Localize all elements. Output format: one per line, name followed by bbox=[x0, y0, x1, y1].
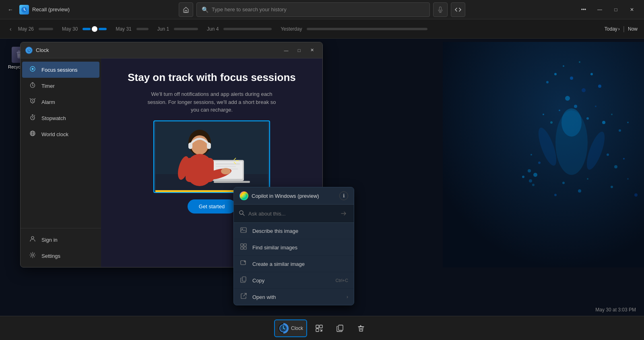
alarm-icon bbox=[29, 98, 37, 106]
nav-world-clock[interactable]: World clock bbox=[22, 126, 99, 142]
nav-stopwatch-label: Stopwatch bbox=[41, 115, 66, 121]
timeline-date-yesterday[interactable]: Yesterday bbox=[277, 26, 433, 32]
nav-sign-in-label: Sign in bbox=[41, 237, 58, 243]
svg-point-31 bbox=[607, 153, 609, 156]
search-icon: 🔍 bbox=[202, 6, 208, 13]
svg-point-21 bbox=[550, 121, 553, 124]
background-image-area bbox=[443, 42, 644, 267]
svg-rect-100 bbox=[316, 329, 319, 332]
open-with-label: Open with bbox=[252, 294, 276, 300]
clock-minimize-button[interactable]: — bbox=[281, 45, 292, 56]
timeline-segment bbox=[223, 28, 272, 30]
copilot-send-button[interactable] bbox=[338, 208, 349, 219]
svg-point-35 bbox=[578, 189, 581, 193]
clock-nav: Focus sessions Timer bbox=[21, 58, 101, 228]
svg-point-32 bbox=[614, 165, 617, 168]
focus-title: Stay on track with focus sessions bbox=[128, 71, 296, 84]
timeline-date-may26[interactable]: May 26 bbox=[15, 26, 59, 32]
copilot-describe-image[interactable]: Describe this image bbox=[234, 223, 354, 239]
sign-in-icon bbox=[29, 236, 37, 244]
svg-point-44 bbox=[529, 179, 532, 182]
home-button[interactable] bbox=[179, 2, 193, 17]
svg-rect-91 bbox=[244, 244, 246, 246]
titlebar-right: ••• — □ ✕ bbox=[559, 2, 639, 17]
timeline-date-label: Jun 4 bbox=[207, 26, 219, 32]
create-similar-label: Create a similar image bbox=[252, 261, 305, 267]
copy-shortcut: Ctrl+C bbox=[336, 278, 348, 283]
today-button[interactable]: Today › bbox=[605, 26, 620, 32]
timeline-date-may31[interactable]: May 31 bbox=[112, 26, 154, 32]
clock-titlebar: Clock — □ ✕ bbox=[21, 42, 322, 58]
taskbar-clock-button[interactable]: Clock bbox=[274, 319, 307, 337]
copilot-open-with[interactable]: Open with › bbox=[234, 289, 354, 305]
svg-point-24 bbox=[595, 106, 597, 107]
focus-subtitle: We'll turn off notifications and app ale… bbox=[143, 90, 280, 114]
nav-settings-label: Settings bbox=[41, 253, 60, 259]
copilot-copy[interactable]: Copy Ctrl+C bbox=[234, 272, 354, 289]
clock-window-controls: — □ ✕ bbox=[281, 45, 318, 56]
svg-point-22 bbox=[559, 110, 560, 111]
copilot-ask-input[interactable] bbox=[248, 211, 334, 217]
taskbar-expand-button[interactable] bbox=[310, 319, 328, 337]
nav-timer[interactable]: Timer bbox=[22, 78, 99, 94]
svg-point-12 bbox=[590, 73, 593, 75]
timeline-date-may30[interactable]: May 30 bbox=[59, 26, 112, 32]
expand-icon bbox=[314, 323, 324, 334]
taskbar-copy-button[interactable] bbox=[331, 319, 349, 337]
nav-focus-sessions-label: Focus sessions bbox=[41, 67, 78, 73]
svg-point-6 bbox=[554, 73, 557, 75]
timeline-date-label: Yesterday bbox=[281, 26, 302, 32]
maximize-button[interactable]: □ bbox=[609, 2, 623, 17]
copilot-info-button[interactable]: ℹ bbox=[339, 191, 348, 200]
svg-point-25 bbox=[602, 121, 605, 124]
nav-sign-in[interactable]: Sign in bbox=[22, 232, 99, 248]
taskbar-delete-button[interactable] bbox=[352, 319, 370, 337]
clock-maximize-button[interactable]: □ bbox=[293, 45, 305, 56]
svg-point-51 bbox=[32, 68, 34, 70]
code-button[interactable] bbox=[451, 2, 465, 17]
svg-rect-2 bbox=[440, 7, 442, 10]
close-button[interactable]: ✕ bbox=[625, 2, 639, 17]
timeline-segment-active bbox=[99, 28, 107, 30]
svg-point-17 bbox=[561, 108, 582, 137]
mic-button[interactable] bbox=[433, 2, 448, 17]
nav-stopwatch[interactable]: Stopwatch bbox=[22, 110, 99, 126]
svg-point-33 bbox=[623, 158, 625, 160]
svg-rect-93 bbox=[244, 247, 246, 249]
desktop-background: Recycle Bin Clock — □ ✕ bbox=[0, 39, 644, 340]
timeline-date-label: May 30 bbox=[62, 26, 78, 32]
copilot-find-similar[interactable]: Find similar images bbox=[234, 239, 354, 256]
taskbar-clock-icon bbox=[278, 323, 289, 334]
timeline-date-jun1[interactable]: Jun 1 bbox=[154, 26, 204, 32]
back-button[interactable]: ← bbox=[5, 4, 16, 15]
search-bar[interactable]: 🔍 Type here to search your history bbox=[196, 2, 430, 17]
nav-focus-sessions[interactable]: Focus sessions bbox=[22, 62, 99, 78]
svg-rect-68 bbox=[216, 166, 236, 167]
find-similar-icon bbox=[239, 243, 248, 251]
timeline-prev-button[interactable]: ‹ bbox=[6, 24, 15, 34]
now-button[interactable]: Now bbox=[628, 26, 638, 32]
timer-icon bbox=[29, 82, 37, 90]
svg-rect-92 bbox=[241, 247, 243, 249]
svg-rect-66 bbox=[214, 181, 250, 183]
svg-point-23 bbox=[586, 117, 589, 120]
nav-alarm[interactable]: Alarm bbox=[22, 94, 99, 110]
get-started-button[interactable]: Get started bbox=[188, 199, 236, 214]
svg-point-36 bbox=[587, 178, 588, 180]
copilot-input-area bbox=[234, 204, 354, 223]
more-button[interactable]: ••• bbox=[576, 2, 591, 17]
svg-point-61 bbox=[32, 254, 34, 256]
svg-point-15 bbox=[574, 105, 577, 108]
svg-point-39 bbox=[627, 178, 629, 180]
svg-rect-98 bbox=[316, 325, 319, 328]
svg-rect-78 bbox=[188, 143, 192, 149]
clock-close-button[interactable]: ✕ bbox=[306, 45, 318, 56]
titlebar-center: 🔍 Type here to search your history bbox=[85, 2, 559, 17]
timeline-segment bbox=[307, 28, 427, 30]
minimize-button[interactable]: — bbox=[592, 2, 607, 17]
svg-point-9 bbox=[579, 61, 580, 63]
timeline-date-jun4[interactable]: Jun 4 bbox=[204, 26, 277, 32]
nav-settings[interactable]: Settings bbox=[22, 248, 99, 264]
svg-point-60 bbox=[31, 236, 34, 239]
copilot-create-similar[interactable]: Create a similar image bbox=[234, 256, 354, 272]
